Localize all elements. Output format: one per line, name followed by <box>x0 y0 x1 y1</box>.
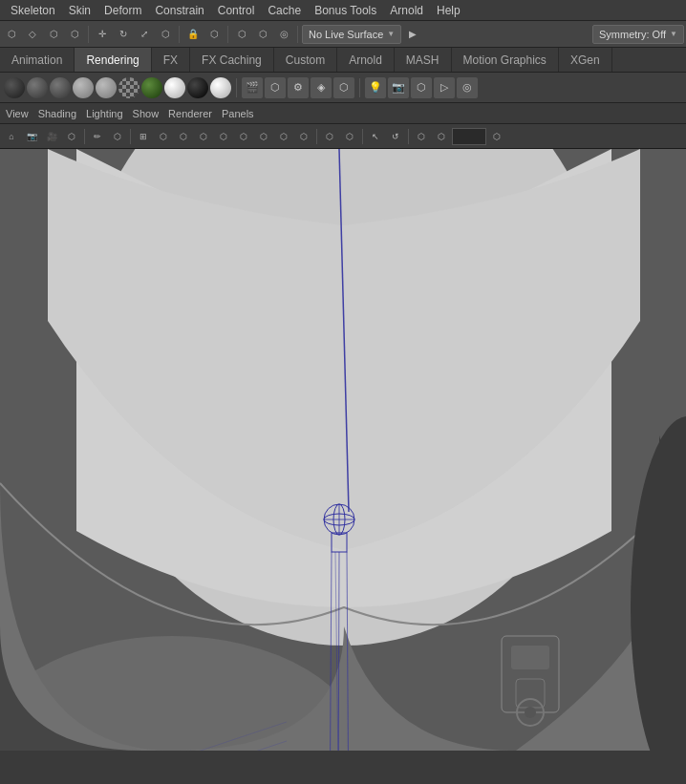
tab-custom[interactable]: Custom <box>274 48 337 72</box>
symmetry-label: Symmetry: Off <box>599 29 666 40</box>
light2-icon[interactable]: ⬡ <box>320 127 339 146</box>
sphere-icon[interactable]: ⬡ <box>274 127 293 146</box>
lasso-tool-icon[interactable]: ◇ <box>23 25 42 44</box>
camera-icon[interactable]: 📷 <box>388 77 409 98</box>
menu-bar: Skeleton Skin Deform Constrain Control C… <box>0 0 686 21</box>
toolbar2: ⌂ 📷 🎥 ⬡ ✏ ⬡ ⊞ ⬡ ⬡ ⬡ ⬡ ⬡ ⬡ ⬡ ⬡ ⬡ ⬡ ↖ ↺ ⬡ … <box>0 124 686 149</box>
isolate-icon[interactable]: ⬡ <box>412 127 431 146</box>
film-icon[interactable]: 🎥 <box>42 127 61 146</box>
softmod-icon[interactable]: ⬡ <box>232 25 251 44</box>
res-icon[interactable]: ⬡ <box>194 127 213 146</box>
shader-ball-checker[interactable] <box>118 77 139 98</box>
menu-help[interactable]: Help <box>430 2 467 19</box>
symmetry-arrow: ▼ <box>670 30 677 38</box>
move-icon[interactable]: ✛ <box>93 25 112 44</box>
shader-ball-1[interactable] <box>4 77 25 98</box>
grid-icon[interactable]: ⊞ <box>134 127 153 146</box>
shader-ball-3[interactable] <box>50 77 71 98</box>
shader-ball-4[interactable] <box>73 77 94 98</box>
sep4 <box>297 26 298 43</box>
render-settings-icon[interactable]: ⚙ <box>288 77 309 98</box>
live-surface-label: No Live Surface <box>309 29 383 40</box>
select-tool-icon[interactable]: ⬡ <box>2 25 21 44</box>
paint-tool-icon[interactable]: ⬡ <box>44 25 63 44</box>
snap2-icon[interactable]: ⬡ <box>204 25 224 44</box>
snap-icon[interactable]: 🔒 <box>183 25 203 44</box>
sep2 <box>179 26 180 43</box>
curve-icon[interactable]: ⬡ <box>253 25 272 44</box>
smooth-icon[interactable]: ⬡ <box>294 127 313 146</box>
tb-extra-icon[interactable]: ▶ <box>403 25 422 44</box>
tab-mash[interactable]: MASH <box>395 48 452 72</box>
shader-ball-white2[interactable] <box>210 77 231 98</box>
camera2-icon[interactable]: 📷 <box>22 127 41 146</box>
tab-motion-graphics[interactable]: Motion Graphics <box>452 48 559 72</box>
scale-icon[interactable]: ⤢ <box>135 25 154 44</box>
extra2-icon[interactable]: ⬡ <box>487 127 506 146</box>
render-view-icon[interactable]: ⬡ <box>333 77 354 98</box>
res2-icon[interactable]: ⬡ <box>214 127 233 146</box>
render-icon[interactable]: 🎬 <box>242 77 263 98</box>
sep1 <box>88 26 89 43</box>
target-icon[interactable]: ◎ <box>457 77 478 98</box>
submenu-panels[interactable]: Panels <box>222 108 254 119</box>
brush-icon[interactable]: ⬡ <box>65 25 84 44</box>
shadow-icon[interactable]: ⬡ <box>340 127 359 146</box>
menu-skin[interactable]: Skin <box>62 2 97 19</box>
submenu-shading[interactable]: Shading <box>38 108 76 119</box>
balls-sep2 <box>359 78 360 97</box>
symmetry-dropdown[interactable]: Symmetry: Off ▼ <box>592 25 684 44</box>
light-icon[interactable]: 💡 <box>365 77 386 98</box>
rotate-icon[interactable]: ↻ <box>114 25 133 44</box>
loop-icon[interactable]: ↺ <box>386 127 405 146</box>
menu-skeleton[interactable]: Skeleton <box>4 2 62 19</box>
menu-deform[interactable]: Deform <box>97 2 148 19</box>
tab-fx[interactable]: FX <box>152 48 190 72</box>
tab-fx-caching[interactable]: FX Caching <box>190 48 274 72</box>
shader-ball-5[interactable] <box>96 77 117 98</box>
shader-ball-black[interactable] <box>187 77 208 98</box>
live-surface-dropdown[interactable]: No Live Surface ▼ <box>302 25 401 44</box>
submenu-lighting[interactable]: Lighting <box>86 108 123 119</box>
menu-cache[interactable]: Cache <box>261 2 308 19</box>
paint2-icon[interactable]: ✏ <box>88 127 107 146</box>
balls-sep <box>236 78 237 97</box>
submenu-view[interactable]: View <box>6 108 29 119</box>
walk-icon[interactable]: ⬡ <box>62 127 81 146</box>
hypershade-icon[interactable]: ◈ <box>311 77 332 98</box>
tb2-sep1 <box>84 129 85 144</box>
anim-icon[interactable]: ▷ <box>434 77 455 98</box>
arrow-icon[interactable]: ↖ <box>366 127 385 146</box>
shader-ball-2[interactable] <box>27 77 48 98</box>
tab-arnold-tab[interactable]: Arnold <box>337 48 395 72</box>
submenu-show[interactable]: Show <box>133 108 160 119</box>
menu-control[interactable]: Control <box>211 2 262 19</box>
menu-constrain[interactable]: Constrain <box>148 2 210 19</box>
grid3-icon[interactable]: ⬡ <box>174 127 193 146</box>
svg-point-7 <box>525 707 536 718</box>
cube-icon[interactable]: ⬡ <box>254 127 273 146</box>
submenu-renderer[interactable]: Renderer <box>168 108 212 119</box>
svg-rect-4 <box>511 646 549 669</box>
grid2-icon[interactable]: ⬡ <box>154 127 173 146</box>
select2-icon[interactable]: ⬡ <box>108 127 127 146</box>
tabs-row: Animation Rendering FX FX Caching Custom… <box>0 48 686 73</box>
render-seq-icon[interactable]: ⬡ <box>265 77 286 98</box>
transform-icon[interactable]: ⬡ <box>156 25 175 44</box>
tab-animation[interactable]: Animation <box>0 48 75 72</box>
tb2-sep3 <box>316 129 317 144</box>
camera3-icon[interactable]: ⬡ <box>432 127 451 146</box>
shader-ball-white[interactable] <box>164 77 185 98</box>
extra-icon[interactable]: ⬡ <box>411 77 432 98</box>
home-icon[interactable]: ⌂ <box>2 127 21 146</box>
menu-bonus-tools[interactable]: Bonus Tools <box>308 2 383 19</box>
value-input[interactable]: 0.00 <box>452 128 486 145</box>
tab-rendering[interactable]: Rendering <box>75 48 151 72</box>
pivot-icon[interactable]: ◎ <box>274 25 293 44</box>
shader-ball-green[interactable] <box>141 77 162 98</box>
tb2-sep2 <box>130 129 131 144</box>
menu-arnold[interactable]: Arnold <box>383 2 430 19</box>
live-surface-arrow: ▼ <box>387 30 395 38</box>
tab-xgen[interactable]: XGen <box>559 48 612 72</box>
3d-icon[interactable]: ⬡ <box>234 127 253 146</box>
